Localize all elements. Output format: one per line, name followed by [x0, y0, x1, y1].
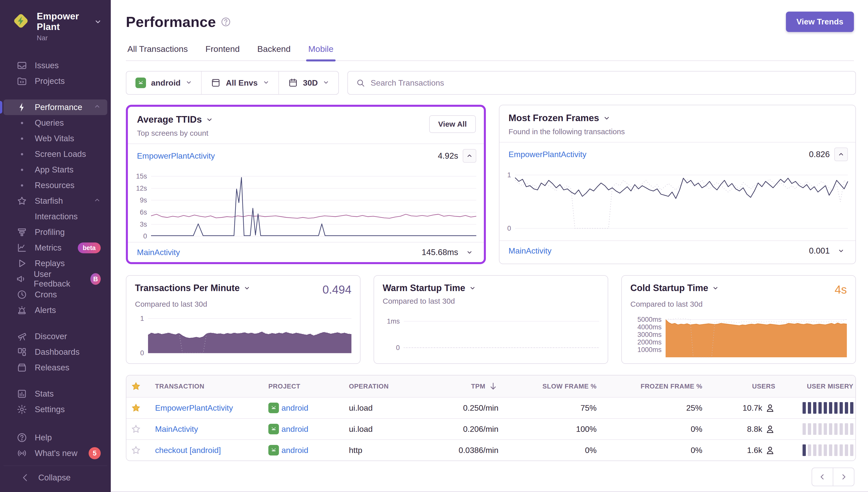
table-row: checkout [android]androidhttp0.0386/min0…: [126, 439, 856, 461]
transaction-link[interactable]: MainActivity: [509, 246, 552, 255]
sidebar-item-replays[interactable]: Replays: [3, 255, 107, 271]
date-range-filter[interactable]: 30D: [278, 72, 339, 94]
sidebar-item-profiling[interactable]: Profiling: [3, 224, 107, 240]
sidebar-item-dashboards[interactable]: Dashboards: [3, 344, 107, 360]
column-header-user-misery[interactable]: USER MISERY: [780, 383, 856, 390]
previous-page-button[interactable]: [812, 468, 833, 486]
user-icon: [765, 424, 775, 434]
transaction-link[interactable]: MainActivity: [155, 424, 198, 434]
tab-all-transactions[interactable]: All Transactions: [127, 41, 188, 60]
sidebar-item-label: What's new: [35, 448, 78, 458]
chevron-down-icon[interactable]: [244, 285, 250, 291]
date-range-filter-value: 30D: [303, 78, 318, 88]
sidebar: Empower Plant Nar IssuesProjectsPerforma…: [0, 0, 111, 492]
transaction-link[interactable]: checkout [android]: [155, 446, 221, 455]
chevron-down-icon[interactable]: [712, 285, 719, 291]
view-all-button[interactable]: View All: [429, 115, 476, 133]
sidebar-item-interactions[interactable]: Interactions: [3, 209, 107, 224]
user-misery-bars: [785, 444, 853, 456]
sidebar-item-label: Releases: [35, 363, 70, 372]
sidebar-item-starfish[interactable]: Starfish: [3, 193, 107, 209]
stats-icon: [17, 389, 27, 399]
collapse-button[interactable]: Collapse: [7, 470, 104, 486]
collapse-row-button[interactable]: [834, 148, 848, 161]
sidebar-item-settings[interactable]: Settings: [3, 401, 107, 417]
sidebar-item-web-vitals[interactable]: Web Vitals: [3, 131, 107, 146]
org-avatar: [11, 11, 31, 31]
bullet-icon: [21, 122, 23, 124]
transaction-link[interactable]: EmpowerPlantActivity: [137, 151, 215, 161]
sidebar-item-what-s-new[interactable]: What's new5: [3, 445, 107, 461]
chevron-down-icon[interactable]: [603, 115, 610, 122]
chevron-down-icon[interactable]: [469, 285, 476, 291]
sidebar-nav: IssuesProjectsPerformanceQueriesWeb Vita…: [0, 58, 111, 417]
sidebar-item-user-feedback[interactable]: User FeedbackB: [3, 271, 107, 287]
bullet-icon: [21, 153, 23, 155]
column-header-project[interactable]: PROJECT: [264, 383, 344, 390]
sidebar-item-label: Replays: [35, 259, 65, 268]
help-icon[interactable]: [221, 17, 231, 27]
sidebar-item-alerts[interactable]: Alerts: [3, 302, 107, 318]
archive-icon: [17, 362, 27, 373]
filter-bar: android All Envs 30D: [126, 71, 856, 95]
chevron-down-icon[interactable]: [206, 116, 213, 123]
gear-icon: [17, 404, 27, 415]
sidebar-item-screen-loads[interactable]: Screen Loads: [3, 146, 107, 162]
project-filter[interactable]: android: [126, 72, 201, 94]
tab-frontend[interactable]: Frontend: [205, 41, 240, 60]
column-header-operation[interactable]: OPERATION: [344, 383, 428, 390]
collapse-row-button[interactable]: [463, 149, 476, 163]
column-header-transaction[interactable]: TRANSACTION: [151, 383, 264, 390]
badge: 5: [88, 447, 101, 459]
sidebar-item-resources[interactable]: Resources: [3, 177, 107, 193]
project-link[interactable]: android: [281, 446, 308, 455]
sidebar-item-issues[interactable]: Issues: [3, 58, 107, 73]
transaction-link[interactable]: EmpowerPlantActivity: [509, 150, 586, 159]
starred-icon[interactable]: [131, 403, 141, 413]
org-subtitle: Nar: [37, 34, 102, 42]
environment-filter-value: All Envs: [226, 78, 258, 88]
column-header-slow-frame[interactable]: SLOW FRAME %: [503, 383, 601, 390]
unstarred-icon[interactable]: [131, 445, 141, 455]
project-link[interactable]: android: [281, 424, 308, 434]
environment-filter[interactable]: All Envs: [201, 72, 278, 94]
transaction-link[interactable]: EmpowerPlantActivity: [155, 403, 233, 413]
tpm-chart: 10: [135, 315, 352, 357]
column-header-users[interactable]: USERS: [707, 383, 780, 390]
column-header-frozen-frame[interactable]: FROZEN FRAME %: [601, 383, 707, 390]
tab-mobile[interactable]: Mobile: [308, 41, 334, 60]
sidebar-item-crons[interactable]: Crons: [3, 287, 107, 302]
sidebar-item-label: Profiling: [35, 227, 65, 237]
sidebar-item-projects[interactable]: Projects: [3, 73, 107, 89]
expand-row-button[interactable]: [834, 247, 848, 254]
sidebar-item-label: Alerts: [35, 305, 56, 315]
sidebar-item-app-starts[interactable]: App Starts: [3, 162, 107, 177]
transaction-link[interactable]: MainActivity: [137, 248, 180, 257]
slow-frame-cell: 75%: [503, 403, 601, 413]
view-trends-button[interactable]: View Trends: [786, 11, 854, 32]
sidebar-item-metrics[interactable]: Metricsbeta: [3, 240, 107, 255]
chevron-right-icon: [840, 473, 847, 481]
sidebar-item-help[interactable]: Help: [3, 430, 107, 445]
sidebar-item-label: App Starts: [35, 165, 74, 174]
star-column-icon[interactable]: [131, 381, 141, 391]
sidebar-item-releases[interactable]: Releases: [3, 360, 107, 375]
sidebar-item-label: Issues: [35, 61, 59, 70]
project-link[interactable]: android: [281, 403, 308, 413]
sidebar-item-label: User Feedback: [34, 269, 83, 289]
org-switcher[interactable]: Empower Plant Nar: [0, 8, 111, 45]
pagination: [126, 468, 854, 486]
card-subtitle: Compared to last 30d: [135, 300, 352, 309]
sidebar-item-performance[interactable]: Performance: [3, 99, 107, 115]
sidebar-item-discover[interactable]: Discover: [3, 328, 107, 344]
sidebar-item-queries[interactable]: Queries: [3, 115, 107, 131]
sidebar-item-stats[interactable]: Stats: [3, 386, 107, 401]
android-project-icon: [269, 424, 279, 434]
column-header-tpm[interactable]: TPM: [428, 381, 503, 392]
search-input[interactable]: [371, 78, 847, 88]
tab-backend[interactable]: Backend: [257, 41, 291, 60]
expand-row-button[interactable]: [463, 249, 476, 255]
next-page-button[interactable]: [833, 468, 854, 486]
operation-cell: http: [344, 446, 428, 455]
unstarred-icon[interactable]: [131, 424, 141, 434]
